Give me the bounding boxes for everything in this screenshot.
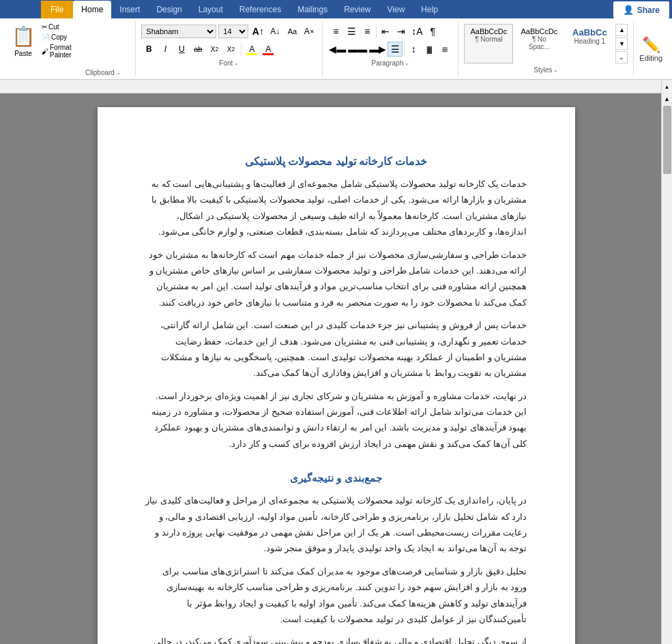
- paste-label: Paste: [14, 50, 32, 57]
- styles-scroll-buttons: ▲ ▼ ⌄: [615, 24, 628, 63]
- section1-heading: خدمات کارخانه تولید محصولات پلاستیکی: [145, 155, 527, 168]
- tab-mailings[interactable]: Mailings: [289, 1, 336, 18]
- copy-button[interactable]: 📄 Copy: [40, 33, 73, 42]
- bold-button[interactable]: B: [141, 42, 156, 57]
- paragraph-7: از سوی دیگر، تحلیل اقتصادی و مالی به شفا…: [145, 634, 527, 644]
- tab-view[interactable]: View: [379, 1, 413, 18]
- styles-label: Styles: [534, 66, 552, 74]
- style-heading1-top: AaBbCc: [571, 27, 608, 38]
- style-normal-label: ¶ Normal: [470, 35, 507, 43]
- align-right-button[interactable]: ▬▶: [368, 42, 387, 57]
- tab-help[interactable]: Help: [413, 1, 446, 18]
- align-center-button[interactable]: ▬▬: [347, 42, 368, 57]
- styles-expand-button[interactable]: ⌄: [615, 51, 628, 63]
- font-color-button[interactable]: A: [261, 42, 276, 57]
- style-normal[interactable]: AaBbCcDc ¶ Normal: [464, 24, 513, 63]
- increase-font-button[interactable]: A↑: [250, 24, 265, 39]
- clipboard-expand-icon[interactable]: ⌄: [116, 70, 121, 76]
- multilevel-list-button[interactable]: ≡: [360, 24, 375, 39]
- font-group: Shabnam 14 A↑ A↓ Aa A✕ B I U ab X2 X2 A …: [136, 21, 323, 76]
- paragraph-6: تحلیل دقیق بازار و شناسایی فرصت‌های موجو…: [145, 564, 527, 628]
- tab-insert[interactable]: Insert: [111, 1, 148, 18]
- section2-heading: جمع‌بندی و نتیجه‌گیری: [145, 472, 527, 484]
- tab-design[interactable]: Design: [148, 1, 190, 18]
- ribbon-content: 📋 Paste ✂ Cut 📄 Copy 🖌 Format Painter Cl…: [0, 18, 672, 80]
- clipboard-small-group: ✂ Cut 📄 Copy 🖌 Format Painter: [40, 23, 73, 59]
- paste-button[interactable]: 📋 Paste: [8, 21, 38, 59]
- scroll-up-icon: ▲: [664, 84, 670, 90]
- clipboard-group: 📋 Paste ✂ Cut 📄 Copy 🖌 Format Painter Cl…: [4, 21, 136, 76]
- increase-indent-button[interactable]: ⇥: [394, 24, 409, 39]
- numbered-list-button[interactable]: ☰: [344, 24, 359, 39]
- superscript-button[interactable]: X2: [223, 42, 238, 57]
- tab-home[interactable]: Home: [73, 1, 111, 18]
- change-case-button[interactable]: Aa: [284, 24, 300, 39]
- document-content: خدمات کارخانه تولید محصولات پلاستیکی خدم…: [145, 155, 527, 644]
- style-nospace-top: AaBbCcDc: [521, 27, 557, 35]
- paragraph-5: در پایان، راه‌اندازی یک کارخانه تولید مح…: [145, 493, 527, 557]
- paragraph-label: Paragraph: [372, 59, 404, 67]
- line-spacing-button[interactable]: ↕: [406, 42, 421, 57]
- scrollbar-thumb[interactable]: [663, 106, 671, 174]
- style-heading1-label: Heading 1: [571, 38, 608, 45]
- vertical-scrollbar[interactable]: ▲ ▼: [661, 93, 672, 644]
- font-family-select[interactable]: Shabnam: [141, 25, 216, 38]
- ruler: ▲: [0, 80, 672, 93]
- justify-button[interactable]: ☰: [388, 42, 403, 57]
- style-normal-top: AaBbCcDc: [470, 27, 507, 35]
- tab-references[interactable]: References: [231, 1, 289, 18]
- styles-expand-icon[interactable]: ⌄: [553, 67, 558, 73]
- font-highlight-button[interactable]: A: [244, 42, 259, 57]
- editing-label: Editing: [639, 54, 662, 62]
- paragraph-expand-icon[interactable]: ⌄: [405, 60, 409, 66]
- ribbon: File Home Insert Design Layout Reference…: [0, 0, 672, 18]
- style-no-spacing[interactable]: AaBbCcDc ¶ No Spac...: [514, 24, 564, 63]
- scroll-up-button[interactable]: ▲: [662, 93, 672, 104]
- paragraph-1: خدمات یک کارخانه تولید محصولات پلاستیکی …: [145, 176, 527, 240]
- font-expand-icon[interactable]: ⌄: [234, 60, 239, 66]
- paragraph-2: خدمات طراحی و سفارشی‌سازی محصولات نیز از…: [145, 247, 527, 311]
- cut-button[interactable]: ✂ Cut: [40, 23, 73, 31]
- editing-icon: ✏️: [642, 36, 660, 54]
- font-divider: [241, 42, 242, 56]
- styles-group: AaBbCcDc ¶ Normal AaBbCcDc ¶ No Spac... …: [458, 21, 634, 76]
- style-heading1[interactable]: AaBbCc Heading 1: [565, 24, 614, 63]
- scroll-collapse-button[interactable]: ▲: [661, 80, 672, 93]
- styles-scroll-down-button[interactable]: ▼: [615, 38, 628, 50]
- para-divider2: [404, 43, 405, 55]
- tab-file[interactable]: File: [41, 1, 73, 18]
- list-buttons-row: ≡ ☰ ≡ ⇤ ⇥ ↕A ¶: [328, 24, 452, 39]
- clipboard-label: Clipboard: [85, 69, 115, 76]
- font-family-row: Shabnam 14 A↑ A↓ Aa A✕: [141, 24, 317, 39]
- para-divider1: [376, 25, 377, 38]
- underline-button[interactable]: U: [174, 42, 189, 57]
- strikethrough-button[interactable]: ab: [190, 42, 205, 57]
- copy-icon: 📄: [42, 33, 50, 41]
- shading-button[interactable]: ▓: [422, 42, 437, 57]
- styles-scroll-up-button[interactable]: ▲: [615, 24, 628, 36]
- sort-button[interactable]: ↕A: [409, 24, 424, 39]
- tab-layout[interactable]: Layout: [190, 1, 231, 18]
- share-button[interactable]: 👤 Share: [613, 1, 669, 18]
- format-painter-icon: 🖌: [42, 48, 48, 55]
- decrease-font-button[interactable]: A↓: [267, 24, 282, 39]
- tab-review[interactable]: Review: [336, 1, 379, 18]
- font-label: Font: [219, 59, 233, 67]
- align-left-button[interactable]: ◀▬: [328, 42, 347, 57]
- document-page: خدمات کارخانه تولید محصولات پلاستیکی خدم…: [98, 107, 575, 644]
- decrease-indent-button[interactable]: ⇤: [378, 24, 393, 39]
- ribbon-tabs: File Home Insert Design Layout Reference…: [0, 0, 672, 18]
- subscript-button[interactable]: X2: [207, 42, 222, 57]
- document-area: ▲ ▼ خدمات کارخانه تولید محصولات پلاستیکی…: [0, 93, 672, 644]
- clear-format-button[interactable]: A✕: [302, 24, 317, 39]
- borders-button[interactable]: ⊞: [437, 42, 452, 57]
- align-buttons-row: ◀▬ ▬▬ ▬▶ ☰ ↕ ▓ ⊞: [328, 42, 452, 57]
- format-painter-button[interactable]: 🖌 Format Painter: [40, 43, 73, 59]
- bullet-list-button[interactable]: ≡: [328, 24, 343, 39]
- show-marks-button[interactable]: ¶: [425, 24, 440, 39]
- italic-button[interactable]: I: [158, 42, 173, 57]
- styles-items: AaBbCcDc ¶ Normal AaBbCcDc ¶ No Spac... …: [464, 24, 614, 63]
- cut-icon: ✂: [42, 23, 47, 31]
- font-size-select[interactable]: 14: [218, 25, 248, 38]
- font-format-row: B I U ab X2 X2 A A: [141, 42, 317, 57]
